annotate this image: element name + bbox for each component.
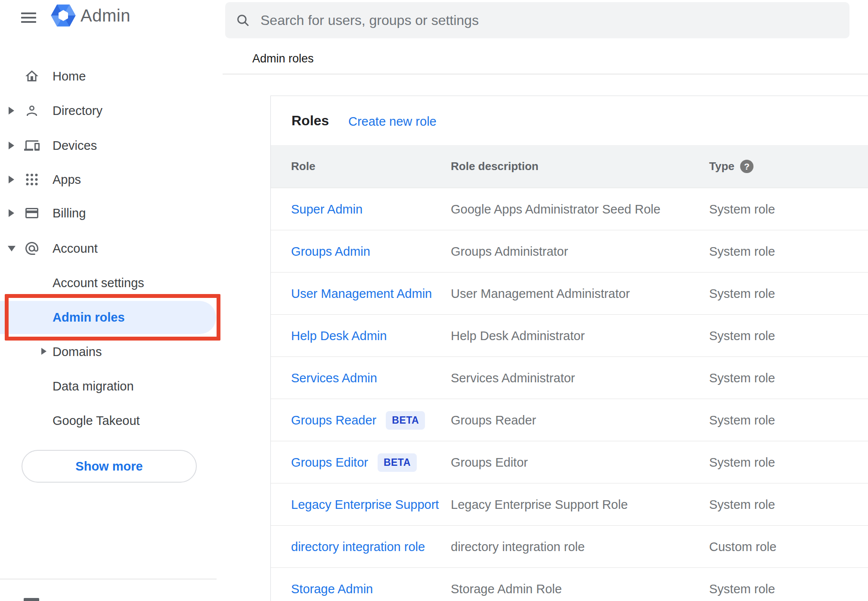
role-description: Groups Administrator [451,230,568,273]
beta-badge: BETA [378,453,417,472]
table-row: Groups Admin Groups Administrator System… [271,230,868,272]
show-more-label: Show more [75,459,143,474]
at-sign-icon [24,241,40,256]
table-row: Services Admin Services Administrator Sy… [271,356,868,399]
role-link[interactable]: Groups Editor BETA [291,441,417,483]
product-name: Admin [81,6,130,25]
sidebar-item-domains[interactable]: Domains [0,335,222,369]
search-input[interactable] [260,12,837,29]
sidebar-item-label: Google Takeout [53,414,140,428]
breadcrumb: Admin roles [252,52,314,65]
role-link-label: Groups Reader [291,413,376,428]
roles-card: Roles Create new role Role Role descript… [270,96,868,601]
sidebar-item-label: Domains [53,345,102,359]
sidebar-item-account[interactable]: Account [0,231,222,266]
role-description: Storage Admin Role [451,568,562,601]
help-icon[interactable]: ? [740,160,753,173]
role-link[interactable]: Legacy Enterprise Support [291,483,439,526]
sidebar-item-apps[interactable]: Apps [0,162,222,197]
sidebar-divider [0,579,217,579]
role-description: User Management Administrator [451,273,630,315]
role-description: Groups Editor [451,441,528,483]
sidebar-item-label: Directory [53,104,102,118]
sidebar-item-account-settings[interactable]: Account settings [0,266,222,300]
show-more-button[interactable]: Show more [22,450,197,483]
role-link[interactable]: Storage Admin [291,568,373,601]
home-icon [24,68,40,84]
role-type: System role [709,230,775,273]
role-link-label: Groups Editor [291,455,368,470]
search-icon [236,13,250,28]
sidebar-item-label: Data migration [53,379,134,393]
sidebar-item-directory[interactable]: Directory [0,93,222,128]
role-link[interactable]: Groups Admin [291,230,370,273]
role-type: System role [709,399,775,441]
role-type: System role [709,273,775,315]
sidebar-item-billing[interactable]: Billing [0,196,222,230]
table-row: Groups Editor BETA Groups Editor System … [271,441,868,483]
sidebar-item-label: Home [53,69,86,84]
sidebar-item-label: Account [53,242,98,256]
beta-badge: BETA [386,411,425,430]
role-type: System role [709,357,775,399]
table-row: Super Admin Google Apps Administrator Se… [271,188,868,230]
column-header-role: Role [291,145,315,188]
role-description: Google Apps Administrator Seed Role [451,188,660,230]
sidebar-item-google-takeout[interactable]: Google Takeout [0,404,222,437]
sidebar-item-label: Admin roles [53,310,125,325]
sidebar-item-devices[interactable]: Devices [0,128,222,163]
sidebar-item-data-migration[interactable]: Data migration [0,369,222,403]
role-type: System role [709,315,775,357]
role-description: Services Administrator [451,357,575,399]
person-icon [24,103,40,118]
header-divider [223,74,868,74]
apps-grid-icon [24,172,40,187]
table-header-row: Role Role description Type ? [271,145,868,188]
role-description: directory integration role [451,526,585,568]
table-row: Groups Reader BETA Groups Reader System … [271,399,868,441]
sidebar-item-label: Account settings [53,276,144,290]
role-description: Help Desk Administrator [451,315,585,357]
role-link[interactable]: User Management Admin [291,273,432,315]
role-link[interactable]: Super Admin [291,188,363,230]
search-bar[interactable] [225,2,849,38]
role-link[interactable]: Help Desk Admin [291,315,387,357]
role-description: Legacy Enterprise Support Role [451,483,628,526]
hamburger-menu-icon[interactable] [21,12,36,23]
role-type: System role [709,441,775,483]
collapse-arrow-icon[interactable] [8,246,16,251]
expand-arrow-icon[interactable] [41,348,46,355]
role-type: System role [709,568,775,601]
card-header: Roles Create new role [271,96,868,145]
expand-arrow-icon[interactable] [9,209,14,217]
expand-arrow-icon[interactable] [9,176,14,183]
table-row: Legacy Enterprise Support Legacy Enterpr… [271,483,868,525]
sidebar-item-home[interactable]: Home [0,59,222,93]
column-header-description: Role description [451,145,539,188]
create-new-role-link[interactable]: Create new role [348,96,437,147]
table-row: Help Desk Admin Help Desk Administrator … [271,314,868,356]
role-type: Custom role [709,526,776,568]
sidebar-item-label: Apps [53,173,81,187]
credit-card-icon [24,205,40,221]
sidebar-item-label: Devices [53,139,97,153]
role-type: System role [709,483,775,526]
role-description: Groups Reader [451,399,536,441]
role-link[interactable]: Services Admin [291,357,377,399]
expand-arrow-icon[interactable] [9,142,14,149]
table-row: directory integration role directory int… [271,525,868,567]
role-link[interactable]: Groups Reader BETA [291,399,425,441]
card-title: Roles [291,96,329,145]
role-link[interactable]: directory integration role [291,526,425,568]
table-row: User Management Admin User Management Ad… [271,272,868,314]
clipped-bottom-icon [24,598,39,601]
devices-icon [24,138,40,153]
expand-arrow-icon[interactable] [9,107,14,115]
role-type: System role [709,188,775,230]
table-row: Storage Admin Storage Admin Role System … [271,567,868,601]
admin-logo-icon [50,3,76,30]
sidebar-item-admin-roles[interactable]: Admin roles [0,300,222,334]
column-header-type: Type [709,145,735,188]
sidebar-item-label: Billing [53,206,86,220]
